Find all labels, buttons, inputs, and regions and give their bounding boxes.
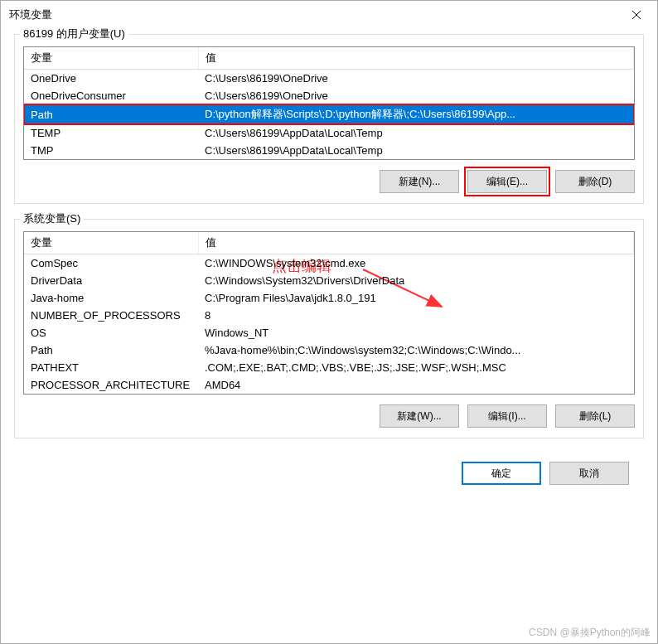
table-row[interactable]: TMPC:\Users\86199\AppData\Local\Temp — [24, 142, 634, 159]
row-val: C:\Users\86199\OneDrive — [198, 87, 634, 104]
row-var: Path — [24, 104, 198, 124]
row-var: TMP — [24, 142, 198, 159]
window-title: 环境变量 — [9, 7, 52, 22]
row-var: NUMBER_OF_PROCESSORS — [24, 307, 198, 324]
titlebar: 环境变量 — [1, 1, 657, 29]
table-row[interactable]: OneDriveConsumerC:\Users\86199\OneDrive — [24, 87, 634, 104]
user-col-var[interactable]: 变量 — [24, 47, 198, 70]
row-var: OneDriveConsumer — [24, 87, 198, 104]
ok-button[interactable]: 确定 — [462, 462, 541, 485]
row-var: OneDrive — [24, 70, 198, 88]
row-val: C:\WINDOWS\system32\cmd.exe — [198, 254, 634, 273]
system-vars-table[interactable]: 变量 值 ComSpecC:\WINDOWS\system32\cmd.exeD… — [24, 232, 634, 394]
system-new-button[interactable]: 新建(W)... — [380, 404, 459, 428]
table-row[interactable]: ComSpecC:\WINDOWS\system32\cmd.exe — [24, 254, 634, 273]
user-vars-table[interactable]: 变量 值 OneDriveC:\Users\86199\OneDriveOneD… — [24, 47, 634, 159]
user-delete-button[interactable]: 删除(D) — [555, 170, 635, 193]
close-icon — [631, 10, 641, 20]
watermark: CSDN @暴揍Python的阿峰 — [529, 626, 651, 640]
table-row[interactable]: DriverDataC:\Windows\System32\Drivers\Dr… — [24, 272, 634, 289]
sys-col-val[interactable]: 值 — [198, 232, 634, 254]
row-var: TEMP — [24, 124, 198, 142]
dialog-footer: 确定 取消 — [14, 453, 644, 485]
row-var: OS — [24, 324, 198, 341]
row-var: DriverData — [24, 272, 198, 289]
table-row[interactable]: PATHEXT.COM;.EXE;.BAT;.CMD;.VBS;.VBE;.JS… — [24, 359, 634, 376]
user-new-button[interactable]: 新建(N)... — [380, 170, 459, 193]
table-row[interactable]: OSWindows_NT — [24, 324, 634, 341]
row-val: %Java-home%\bin;C:\Windows\system32;C:\W… — [198, 341, 634, 359]
user-group-label: 86199 的用户变量(U) — [20, 27, 128, 41]
row-val: C:\Users\86199\OneDrive — [198, 70, 634, 88]
row-val: .COM;.EXE;.BAT;.CMD;.VBS;.VBE;.JS;.JSE;.… — [198, 359, 634, 376]
row-val: AMD64 — [198, 376, 634, 394]
user-buttons: 新建(N)... 编辑(E)... 删除(D) — [23, 170, 635, 193]
system-vars-table-wrap[interactable]: 变量 值 ComSpecC:\WINDOWS\system32\cmd.exeD… — [23, 231, 635, 395]
user-edit-button[interactable]: 编辑(E)... — [467, 170, 547, 193]
table-row[interactable]: NUMBER_OF_PROCESSORS8 — [24, 307, 634, 324]
row-val: 8 — [198, 307, 634, 324]
row-var: ComSpec — [24, 254, 198, 273]
env-vars-dialog: 环境变量 86199 的用户变量(U) 变量 值 OneDriveC:\User… — [0, 0, 658, 644]
system-delete-button[interactable]: 删除(L) — [555, 404, 635, 428]
row-val: C:\Users\86199\AppData\Local\Temp — [198, 142, 634, 159]
table-row[interactable]: TEMPC:\Users\86199\AppData\Local\Temp — [24, 124, 634, 142]
user-vars-table-wrap: 变量 值 OneDriveC:\Users\86199\OneDriveOneD… — [23, 46, 635, 160]
table-row[interactable]: PathD:\python解释器\Scripts\;D:\python解释器\;… — [24, 104, 634, 124]
table-row[interactable]: PROCESSOR_ARCHITECTUREAMD64 — [24, 376, 634, 394]
row-val: C:\Windows\System32\Drivers\DriverData — [198, 272, 634, 289]
row-var: PROCESSOR_ARCHITECTURE — [24, 376, 198, 394]
table-row[interactable]: Path%Java-home%\bin;C:\Windows\system32;… — [24, 341, 634, 359]
table-row[interactable]: Java-homeC:\Program Files\Java\jdk1.8.0_… — [24, 289, 634, 307]
system-variables-group: 系统变量(S) 变量 值 ComSpecC:\WINDOWS\system32\… — [14, 219, 644, 438]
system-buttons: 新建(W)... 编辑(I)... 删除(L) — [23, 404, 635, 428]
dialog-content: 86199 的用户变量(U) 变量 值 OneDriveC:\Users\861… — [1, 29, 657, 498]
row-val: C:\Users\86199\AppData\Local\Temp — [198, 124, 634, 142]
row-var: Java-home — [24, 289, 198, 307]
user-variables-group: 86199 的用户变量(U) 变量 值 OneDriveC:\Users\861… — [14, 34, 644, 204]
cancel-button[interactable]: 取消 — [549, 462, 629, 485]
table-row[interactable]: OneDriveC:\Users\86199\OneDrive — [24, 70, 634, 88]
sys-col-var[interactable]: 变量 — [24, 232, 198, 254]
user-col-val[interactable]: 值 — [198, 47, 634, 70]
system-edit-button[interactable]: 编辑(I)... — [467, 404, 547, 428]
system-group-label: 系统变量(S) — [20, 211, 84, 226]
row-val: C:\Program Files\Java\jdk1.8.0_191 — [198, 289, 634, 307]
row-val: Windows_NT — [198, 324, 634, 341]
row-var: PATHEXT — [24, 359, 198, 376]
row-var: Path — [24, 341, 198, 359]
row-val: D:\python解释器\Scripts\;D:\python解释器\;C:\U… — [198, 104, 634, 124]
close-button[interactable] — [617, 2, 656, 28]
